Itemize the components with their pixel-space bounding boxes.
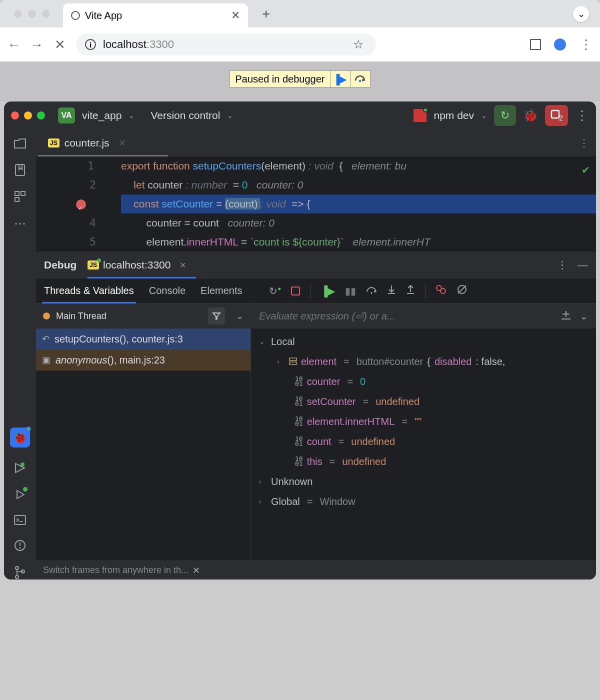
debugger-resume-button[interactable]: ▐▶ (330, 70, 350, 88)
terminal-tool-icon[interactable] (14, 514, 26, 526)
project-tool-icon[interactable] (14, 138, 26, 150)
run-tool-icon[interactable] (14, 462, 26, 474)
stack-frame[interactable]: ↶ setupCounters(), counter.js:3 (36, 328, 250, 350)
console-tab[interactable]: Console (149, 278, 186, 304)
elements-tab[interactable]: Elements (200, 278, 242, 304)
breakpoint-icon[interactable] (76, 200, 86, 210)
debug-more-icon[interactable]: ⋮ (557, 259, 568, 271)
svg-point-0 (359, 80, 361, 82)
structure-tool-icon[interactable] (14, 190, 26, 202)
ide-traffic-lights[interactable] (11, 112, 45, 120)
bookmarks-tool-icon[interactable] (14, 164, 26, 176)
variable-row[interactable]: 1001element.innerHTML="" (251, 412, 596, 432)
rerun-button[interactable]: ↻ (494, 105, 516, 126)
add-watch-icon[interactable] (560, 310, 572, 322)
git-tool-icon[interactable] (14, 566, 26, 580)
debug-icon[interactable]: 🐞 (523, 108, 538, 122)
eval-placeholder: Evaluate expression (⏎) or a... (259, 310, 396, 322)
pause-icon[interactable]: ▮▮ (345, 285, 356, 297)
project-name[interactable]: vite_app (82, 110, 122, 122)
run-config-name[interactable]: npm dev (434, 110, 474, 122)
bookmark-star-icon[interactable]: ☆ (353, 38, 364, 52)
tab-list-chevron[interactable]: ⌄ (573, 6, 589, 22)
variable-row[interactable]: 1001setCounter=undefined (251, 392, 596, 412)
side-panel-icon[interactable] (530, 39, 541, 50)
reload-button[interactable]: ✕ (53, 37, 67, 52)
code-editor[interactable]: ✔ 1 export function setupCounters(elemen… (36, 156, 596, 252)
run-config-chevron-icon[interactable]: ⌄ (481, 112, 487, 120)
scope-unknown[interactable]: ›Unknown (251, 472, 596, 492)
variable-row[interactable]: 1001counter=0 (251, 372, 596, 392)
left-tool-strip: ⋯ 🐞 (4, 130, 36, 580)
svg-text:2: 2 (559, 114, 563, 122)
project-chevron-icon[interactable]: ⌄ (128, 112, 134, 120)
forward-button[interactable]: → (30, 37, 44, 52)
stop-button[interactable]: 2 (545, 105, 568, 126)
variable-row[interactable]: 1001count=undefined (251, 432, 596, 452)
svg-point-7 (20, 462, 24, 466)
frame-undo-icon: ↶ (42, 334, 50, 344)
profile-avatar[interactable] (554, 38, 566, 50)
svg-point-12 (16, 566, 18, 570)
variable-row[interactable]: ›element=button#counter {disabled: false… (251, 352, 596, 372)
thread-selector[interactable]: Main Thread ⌄ (36, 304, 250, 328)
project-badge[interactable]: VA (58, 108, 75, 124)
eval-chevron-icon[interactable]: ⌄ (580, 310, 588, 322)
problems-tool-icon[interactable] (14, 540, 26, 552)
step-out-icon[interactable] (406, 284, 415, 297)
version-control-menu[interactable]: Version control (150, 110, 220, 122)
new-tab-button[interactable]: + (262, 6, 270, 22)
step-into-icon[interactable] (387, 284, 396, 297)
editor-more-icon[interactable]: ⋮ (579, 137, 589, 149)
address-port: :3300 (146, 38, 174, 50)
site-info-icon[interactable]: i (85, 39, 96, 50)
browser-menu-icon[interactable]: ⋮ (579, 37, 593, 52)
debug-session-tab[interactable]: JS localhost:3300 ✕ (88, 252, 186, 278)
resume-icon[interactable]: ▐▶ (320, 285, 335, 297)
debug-minimize-icon[interactable]: — (578, 259, 588, 271)
editor-tab-close[interactable]: ✕ (118, 138, 126, 148)
debug-session-close[interactable]: ✕ (180, 260, 186, 270)
object-icon (289, 358, 297, 366)
stack-frame[interactable]: ▣ anonymous(), main.js:23 (36, 350, 250, 370)
editor-tab[interactable]: JS counter.js ✕ (43, 137, 131, 149)
window-traffic-lights[interactable] (14, 10, 50, 18)
variables-tree[interactable]: ⌄Local ›element=button#counter {disabled… (251, 328, 596, 580)
threads-variables-tab[interactable]: Threads & Variables (44, 278, 134, 304)
svg-rect-4 (15, 192, 19, 196)
back-button[interactable]: ← (7, 37, 21, 52)
stop-icon[interactable] (291, 286, 300, 296)
browser-chrome: Vite App ✕ + ⌄ ← → ✕ i localhost:3300 ☆ … (0, 0, 600, 102)
pause-banner-text: Paused in debugger (230, 74, 330, 85)
js-file-icon: JS (48, 138, 60, 148)
frames-filter-button[interactable] (208, 308, 225, 324)
tip-close-button[interactable]: ✕ (192, 565, 200, 576)
vcs-chevron-icon[interactable]: ⌄ (227, 112, 233, 120)
thread-chevron-icon[interactable]: ⌄ (236, 310, 244, 322)
evaluate-expression-input[interactable]: Evaluate expression (⏎) or a... ⌄ (251, 304, 596, 328)
services-tool-icon[interactable] (14, 488, 26, 500)
svg-rect-6 (15, 198, 19, 202)
debug-session-name: localhost:3300 (103, 259, 170, 271)
svg-point-21 (440, 288, 446, 294)
mute-breakpoints-icon[interactable] (456, 284, 468, 298)
step-over-icon[interactable] (366, 285, 377, 296)
tab-close-button[interactable]: ✕ (231, 9, 240, 22)
svg-point-13 (16, 576, 18, 578)
address-bar[interactable]: i localhost:3300 ☆ (76, 34, 376, 56)
ide-more-icon[interactable]: ⋮ (575, 108, 589, 124)
view-breakpoints-icon[interactable] (436, 284, 446, 297)
line-number: 1 (36, 156, 121, 176)
more-tool-icon[interactable]: ⋯ (14, 216, 26, 230)
breakpoint-gutter[interactable] (36, 194, 121, 214)
variable-row[interactable]: 1001this=undefined (251, 452, 596, 472)
scope-local[interactable]: ⌄Local (251, 332, 596, 352)
browser-tab[interactable]: Vite App ✕ (63, 4, 248, 28)
scope-global[interactable]: ›Global=Window (251, 492, 596, 512)
debugger-step-button[interactable] (350, 70, 370, 88)
rerun-icon[interactable]: ↻● (269, 285, 281, 297)
svg-rect-25 (290, 358, 296, 360)
inspection-ok-icon[interactable]: ✔ (582, 160, 590, 180)
debug-title: Debug (44, 259, 76, 271)
debug-tool-icon[interactable]: 🐞 (10, 428, 30, 448)
